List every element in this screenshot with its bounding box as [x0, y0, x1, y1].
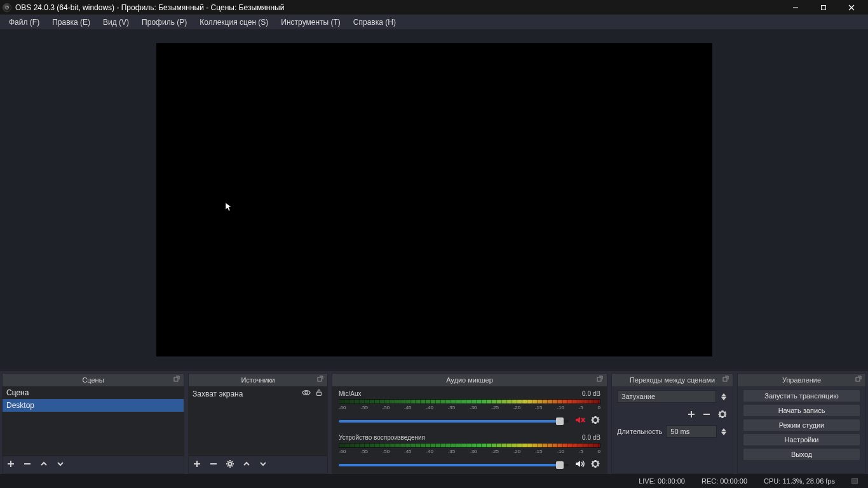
mixer-track: Mic/Aux0.0 dB-60-55-50-45-40-35-30-25-20…	[332, 386, 607, 430]
meter-scale: -60-55-50-45-40-35-30-25-20-15-10-50	[339, 449, 600, 454]
start-recording-button[interactable]: Начать запись	[743, 404, 860, 417]
menu-view[interactable]: Вид (V)	[97, 16, 135, 29]
move-scene-up-button[interactable]	[39, 459, 48, 470]
transition-properties-button[interactable]	[717, 409, 728, 421]
controls-title: Управление	[782, 376, 821, 384]
minimize-button[interactable]	[782, 0, 810, 15]
add-scene-button[interactable]	[6, 459, 15, 470]
volume-slider[interactable]	[339, 464, 569, 466]
exit-button[interactable]: Выход	[743, 448, 860, 461]
status-rec: REC: 00:00:00	[702, 477, 747, 485]
scenes-panel: Сцены Сцена Desktop	[2, 373, 184, 474]
popout-icon[interactable]	[722, 376, 730, 383]
app-logo-icon	[3, 3, 11, 12]
controls-header: Управление	[738, 374, 865, 386]
svg-marker-21	[721, 397, 726, 400]
remove-scene-button[interactable]	[23, 459, 32, 470]
scenes-header: Сцены	[3, 374, 184, 386]
add-source-button[interactable]	[193, 459, 201, 470]
sources-panel: Источники Захват экрана	[188, 373, 328, 474]
mixer-title: Аудио микшер	[446, 376, 493, 384]
transitions-body: Затухание Длительность 50 ms	[612, 386, 733, 473]
transitions-panel: Переходы между сценами Затухание Длитель…	[611, 373, 733, 474]
sources-list[interactable]: Захват экрана	[189, 386, 327, 456]
track-settings-button[interactable]	[590, 415, 600, 427]
scenes-toolbar	[3, 456, 184, 473]
track-settings-button[interactable]	[590, 459, 600, 471]
svg-marker-26	[721, 432, 726, 435]
add-transition-button[interactable]	[687, 410, 696, 421]
muted-icon[interactable]	[574, 414, 585, 428]
sources-header: Источники	[189, 374, 327, 386]
preview-area[interactable]	[0, 30, 868, 370]
volume-slider[interactable]	[339, 420, 569, 423]
settings-button[interactable]: Настройки	[743, 433, 860, 446]
remove-transition-button[interactable]	[702, 410, 711, 421]
svg-point-10	[305, 391, 308, 394]
popout-icon[interactable]	[597, 376, 604, 383]
popout-icon[interactable]	[855, 376, 863, 383]
status-cpu: CPU: 11.3%, 28.06 fps	[764, 477, 835, 485]
statusbar: LIVE: 00:00:00 REC: 00:00:00 CPU: 11.3%,…	[0, 474, 868, 488]
speaker-icon[interactable]	[574, 458, 585, 471]
svg-rect-2	[822, 5, 826, 10]
lock-icon[interactable]	[311, 388, 323, 399]
track-db: 0.0 dB	[582, 390, 600, 397]
menu-file[interactable]: Файл (F)	[3, 16, 46, 29]
meter-scale: -60-55-50-45-40-35-30-25-20-15-10-50	[339, 405, 600, 410]
menu-edit[interactable]: Правка (E)	[46, 16, 97, 29]
svg-rect-16	[597, 377, 601, 381]
menu-help[interactable]: Справка (H)	[347, 16, 402, 29]
svg-rect-5	[174, 377, 178, 381]
svg-marker-20	[721, 393, 726, 396]
transitions-title: Переходы между сценами	[630, 376, 715, 384]
close-button[interactable]	[837, 0, 865, 15]
stats-icon[interactable]	[851, 478, 858, 484]
sources-toolbar	[189, 456, 327, 473]
window-title: OBS 24.0.3 (64-bit, windows) - Профиль: …	[15, 3, 284, 12]
mixer-panel: Аудио микшер Mic/Aux0.0 dB-60-55-50-45-4…	[332, 373, 607, 474]
popout-icon[interactable]	[173, 376, 181, 383]
status-live: LIVE: 00:00:00	[639, 477, 685, 485]
duration-input[interactable]: 50 ms	[666, 425, 716, 438]
cursor-icon	[225, 202, 233, 214]
titlebar: OBS 24.0.3 (64-bit, windows) - Профиль: …	[0, 0, 868, 15]
source-properties-button[interactable]	[226, 459, 234, 470]
visibility-icon[interactable]	[298, 388, 311, 399]
controls-body: Запустить трансляцию Начать запись Режим…	[738, 386, 865, 473]
level-meter	[339, 399, 600, 404]
studio-mode-button[interactable]: Режим студии	[743, 419, 860, 431]
menu-tools[interactable]: Инструменты (T)	[275, 16, 346, 29]
remove-source-button[interactable]	[209, 459, 218, 470]
maximize-button[interactable]	[810, 0, 837, 15]
svg-marker-25	[721, 428, 726, 431]
move-source-up-button[interactable]	[242, 459, 251, 470]
transition-select[interactable]: Затухание	[617, 390, 716, 403]
scene-item[interactable]: Сцена	[3, 386, 184, 399]
transition-updown[interactable]	[720, 390, 728, 403]
svg-point-15	[229, 463, 232, 466]
menu-scene-collection[interactable]: Коллекция сцен (S)	[193, 16, 275, 29]
menubar: Файл (F) Правка (E) Вид (V) Профиль (P) …	[0, 15, 868, 30]
mixer-body: Mic/Aux0.0 dB-60-55-50-45-40-35-30-25-20…	[332, 386, 607, 473]
track-name: Mic/Aux	[339, 390, 362, 397]
mixer-header: Аудио микшер	[332, 374, 607, 386]
track-db: 0.0 dB	[582, 434, 600, 441]
dock-area: Сцены Сцена Desktop Источники Захват экр…	[0, 370, 868, 474]
mixer-track: Устройство воспроизведения0.0 dB-60-55-5…	[332, 430, 607, 473]
duration-updown[interactable]	[721, 425, 728, 438]
source-item[interactable]: Захват экрана	[189, 386, 327, 401]
scenes-list[interactable]: Сцена Desktop	[3, 386, 184, 456]
transitions-header: Переходы между сценами	[612, 374, 733, 386]
start-streaming-button[interactable]: Запустить трансляцию	[743, 390, 860, 402]
menu-profile[interactable]: Профиль (P)	[135, 16, 193, 29]
scene-item[interactable]: Desktop	[3, 399, 184, 412]
preview-canvas[interactable]	[156, 43, 712, 356]
popout-icon[interactable]	[317, 376, 325, 383]
source-name: Захват экрана	[193, 390, 298, 398]
sources-title: Источники	[241, 376, 275, 384]
move-source-down-button[interactable]	[259, 459, 268, 470]
move-scene-down-button[interactable]	[56, 459, 65, 470]
svg-rect-19	[723, 377, 727, 381]
track-name: Устройство воспроизведения	[339, 434, 425, 441]
